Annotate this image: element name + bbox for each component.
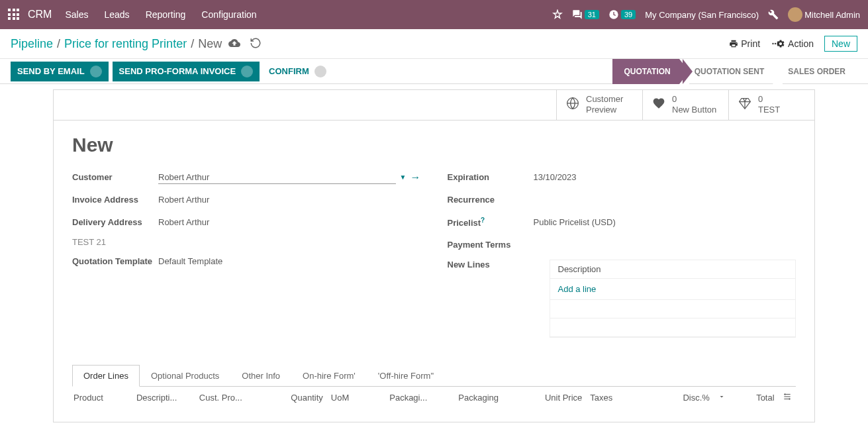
col-product[interactable]: Product bbox=[73, 393, 128, 403]
activities-badge: 39 bbox=[621, 10, 636, 19]
action-bar-left: SEND BY EMAIL SEND PRO-FORMA INVOICE CON… bbox=[11, 62, 326, 81]
pricelist-value[interactable]: Public Pricelist (USD) bbox=[534, 217, 796, 227]
invoice-label: Invoice Address bbox=[72, 195, 158, 205]
breadcrumb-actions: Print Action New bbox=[729, 36, 857, 52]
newlines-table: Description Add a line bbox=[550, 260, 796, 338]
status-quotation-sent[interactable]: QUOTATION SENT bbox=[683, 59, 777, 84]
dropdown-caret-icon[interactable]: ▼ bbox=[400, 173, 407, 181]
user-bubble-icon bbox=[314, 66, 326, 77]
breadcrumb: Pipeline / Price for renting Printer / N… bbox=[11, 37, 222, 51]
help-icon[interactable]: ? bbox=[481, 217, 485, 224]
user-bubble-icon bbox=[241, 66, 253, 77]
col-quantity[interactable]: Quantity bbox=[262, 393, 323, 403]
recurrence-label: Recurrence bbox=[448, 195, 534, 205]
customer-label: Customer bbox=[72, 172, 158, 182]
messages-icon[interactable]: 31 bbox=[572, 9, 599, 20]
form-columns: Customer ▼ → Invoice Address Robert Arth… bbox=[72, 170, 796, 344]
invoice-value[interactable]: Robert Arthur bbox=[158, 195, 421, 205]
template-value[interactable]: Default Template bbox=[158, 256, 421, 266]
stat-customer-preview[interactable]: Customer Preview bbox=[556, 90, 642, 120]
tab-order-lines[interactable]: Order Lines bbox=[72, 365, 140, 387]
col-taxes[interactable]: Taxes bbox=[590, 393, 626, 403]
col-packaging[interactable]: Packaging bbox=[458, 393, 507, 403]
col-uom[interactable]: UoM bbox=[331, 393, 373, 403]
breadcrumb-link-pipeline[interactable]: Pipeline bbox=[11, 37, 53, 51]
globe-icon bbox=[566, 97, 579, 113]
col-total[interactable]: Total bbox=[738, 393, 774, 403]
col-description[interactable]: Descripti... bbox=[136, 393, 191, 403]
avatar-icon bbox=[788, 7, 802, 22]
reward-icon[interactable] bbox=[552, 9, 563, 20]
columns-options-icon[interactable] bbox=[783, 392, 795, 403]
pricelist-label: Pricelist? bbox=[448, 217, 534, 228]
stat-test[interactable]: 0 TEST bbox=[728, 90, 814, 120]
col-discount[interactable]: Disc.% bbox=[643, 393, 710, 403]
breadcrumb-sep: / bbox=[57, 37, 60, 51]
breadcrumb-bar: Pipeline / Price for renting Printer / N… bbox=[0, 29, 868, 59]
tab-on-hire[interactable]: On-hire Form' bbox=[291, 365, 367, 387]
customer-input[interactable] bbox=[158, 171, 396, 184]
diamond-icon bbox=[738, 97, 751, 113]
col-cust-pro[interactable]: Cust. Pro... bbox=[199, 393, 254, 403]
delivery-value[interactable]: Robert Arthur bbox=[158, 217, 421, 227]
form-col-right: Expiration 13/10/2023 Recurrence Priceli… bbox=[448, 170, 796, 344]
new-button[interactable]: New bbox=[824, 36, 857, 52]
form-body: New Customer ▼ → Invoice Address Rob bbox=[54, 121, 814, 422]
apps-grid-icon[interactable] bbox=[8, 9, 20, 21]
menu-sales[interactable]: Sales bbox=[65, 9, 88, 20]
menu-leads[interactable]: Leads bbox=[104, 9, 129, 20]
col-unit-price[interactable]: Unit Price bbox=[515, 393, 582, 403]
breadcrumb-link-price[interactable]: Price for renting Printer bbox=[64, 37, 187, 51]
form-col-left: Customer ▼ → Invoice Address Robert Arth… bbox=[72, 170, 421, 344]
messages-badge: 31 bbox=[585, 10, 599, 19]
stat-new-button[interactable]: 0 New Button bbox=[642, 90, 728, 120]
form-container: Customer Preview 0 New Button 0 bbox=[0, 89, 868, 422]
send-proforma-button[interactable]: SEND PRO-FORMA INVOICE bbox=[113, 62, 260, 81]
top-nav: CRM Sales Leads Reporting Configuration … bbox=[0, 0, 868, 29]
payment-terms-label: Payment Terms bbox=[448, 240, 534, 250]
discard-icon[interactable] bbox=[250, 37, 262, 51]
newlines-add-line[interactable]: Add a line bbox=[550, 279, 796, 300]
expand-caret-icon[interactable] bbox=[718, 393, 730, 403]
newlines-header: Description bbox=[550, 260, 796, 279]
confirm-button[interactable]: CONFIRM bbox=[269, 66, 326, 77]
print-button[interactable]: Print bbox=[729, 38, 760, 49]
status-bar: QUOTATION QUOTATION SENT SALES ORDER bbox=[612, 59, 857, 84]
topnav-right: 31 39 My Company (San Francisco) Mitchel… bbox=[552, 7, 860, 22]
user-menu[interactable]: Mitchell Admin bbox=[788, 7, 860, 22]
user-name: Mitchell Admin bbox=[804, 10, 860, 20]
tab-optional-products[interactable]: Optional Products bbox=[140, 365, 230, 387]
col-packaging-qty[interactable]: Packagi... bbox=[389, 393, 450, 403]
action-button[interactable]: Action bbox=[771, 38, 814, 49]
tab-other-info[interactable]: Other Info bbox=[230, 365, 291, 387]
record-title: New bbox=[72, 134, 796, 156]
menu-configuration[interactable]: Configuration bbox=[201, 9, 256, 20]
cloud-save-icon[interactable] bbox=[228, 37, 240, 51]
activities-icon[interactable]: 39 bbox=[608, 9, 636, 20]
form-sheet: Customer Preview 0 New Button 0 bbox=[53, 89, 815, 422]
orderlines-header: Product Descripti... Cust. Pro... Quanti… bbox=[72, 387, 796, 409]
tools-icon[interactable] bbox=[768, 9, 779, 20]
breadcrumb-icons bbox=[228, 37, 262, 51]
stat-row: Customer Preview 0 New Button 0 bbox=[54, 90, 814, 121]
tab-off-hire[interactable]: 'Off-hire Form'' bbox=[367, 365, 446, 387]
status-sales-order[interactable]: SALES ORDER bbox=[776, 59, 857, 84]
expiration-value[interactable]: 13/10/2023 bbox=[534, 172, 796, 182]
external-link-icon[interactable]: → bbox=[410, 172, 421, 183]
delivery-label: Delivery Address bbox=[72, 217, 158, 227]
expiration-label: Expiration bbox=[448, 172, 534, 182]
menu-reporting[interactable]: Reporting bbox=[146, 9, 186, 20]
brand-title[interactable]: CRM bbox=[28, 9, 52, 21]
user-bubble-icon bbox=[90, 66, 102, 77]
breadcrumb-current: New bbox=[198, 37, 222, 51]
template-label: Quotation Template bbox=[72, 256, 158, 266]
status-quotation[interactable]: QUOTATION bbox=[612, 59, 683, 84]
newlines-label: New Lines bbox=[448, 260, 534, 270]
action-bar: SEND BY EMAIL SEND PRO-FORMA INVOICE CON… bbox=[0, 59, 868, 84]
tabs: Order Lines Optional Products Other Info… bbox=[72, 364, 796, 387]
send-by-email-button[interactable]: SEND BY EMAIL bbox=[11, 62, 109, 81]
heart-icon bbox=[652, 97, 665, 113]
test-badge: TEST 21 bbox=[72, 237, 421, 247]
company-selector[interactable]: My Company (San Francisco) bbox=[645, 10, 759, 20]
breadcrumb-sep: / bbox=[191, 37, 194, 51]
